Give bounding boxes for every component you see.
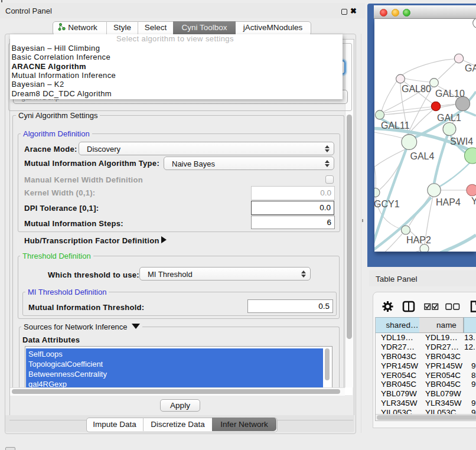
- svg-text:GAL10: GAL10: [435, 89, 465, 99]
- svg-text:GCY1: GCY1: [374, 199, 400, 209]
- svg-text:HAP2: HAP2: [406, 235, 431, 245]
- svg-text:HAP4: HAP4: [436, 197, 461, 207]
- svg-text:GAL: GAL: [465, 63, 476, 73]
- svg-text:Y: Y: [471, 196, 476, 206]
- svg-text:GAL1: GAL1: [437, 113, 461, 123]
- svg-text:GAL4: GAL4: [410, 151, 435, 161]
- svg-text:SWI4: SWI4: [450, 136, 473, 146]
- svg-text:GAL80: GAL80: [402, 84, 431, 94]
- svg-text:GAL11: GAL11: [381, 120, 410, 131]
